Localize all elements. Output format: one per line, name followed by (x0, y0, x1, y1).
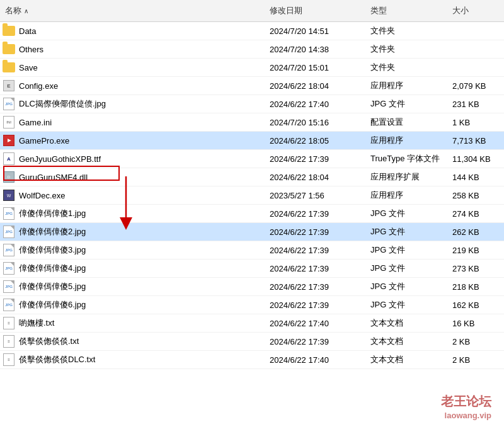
file-name: 傽傻傽傿傽傻3.jpg (19, 244, 86, 256)
file-type: 应用程序扩展 (365, 170, 447, 184)
file-type: JPG 文件 (365, 207, 447, 220)
file-name-cell: ▶GamePro.exe (0, 133, 265, 148)
file-date: 2024/6/22 17:39 (265, 244, 365, 256)
file-size: 2 KB (447, 354, 504, 366)
file-date: 2024/6/22 18:04 (265, 171, 365, 183)
file-type: 文件夹 (365, 60, 447, 74)
file-size (447, 30, 504, 32)
table-row[interactable]: ≡倓擊倓偬倓倓DLC.txt2024/6/22 17:40文本文档2 KB (0, 351, 504, 369)
exe-wolf-icon: W (3, 190, 14, 201)
file-date: 2024/6/22 17:39 (265, 299, 365, 311)
file-name: 傽傻傽傿傽傻2.jpg (19, 226, 86, 237)
table-row[interactable]: ▶GamePro.exe2024/6/22 18:05应用程序7,713 KB (0, 132, 504, 150)
file-name-cell: AGenJyuuGothicXPB.ttf (0, 151, 265, 166)
table-row[interactable]: JPGDLC揭傺傸倻偾偼偾.jpg2024/6/22 17:40JPG 文件23… (0, 95, 504, 113)
file-size: 7,713 KB (447, 135, 504, 147)
file-name-cell: JPG傽傻傽傿傽傻2.jpg (0, 224, 265, 239)
table-row[interactable]: Data2024/7/20 14:51文件夹 (0, 22, 504, 40)
file-name-cell: JPG傽傻傽傿傽傻4.jpg (0, 261, 265, 276)
file-type: 文本文档 (365, 353, 447, 367)
file-size: 218 KB (447, 281, 504, 293)
file-date: 2024/6/22 17:40 (265, 98, 365, 110)
header-size[interactable]: 大小 (447, 3, 504, 19)
file-type: TrueType 字体文件 (365, 152, 447, 166)
folder-icon (3, 44, 15, 54)
file-size: 2 KB (447, 336, 504, 348)
file-type: 应用程序 (365, 134, 447, 147)
file-name-cell: INIGame.ini (0, 115, 265, 130)
file-name: 倓擊倓偬倓倓DLC.txt (19, 354, 95, 365)
file-size: 262 KB (447, 226, 504, 238)
file-date: 2024/7/20 15:16 (265, 117, 365, 128)
table-row[interactable]: EConfig.exe2024/6/22 18:04应用程序2,079 KB (0, 77, 504, 95)
exe-red-icon: ▶ (3, 135, 14, 146)
file-name: GuruGuruSMF4.dll (19, 173, 88, 182)
file-date: 2024/7/20 14:51 (265, 25, 365, 37)
file-name-cell: JPG傽傻傽傿傽傻3.jpg (0, 243, 265, 258)
file-name: GenJyuuGothicXPB.ttf (19, 154, 101, 164)
file-date: 2024/7/20 15:01 (265, 62, 365, 74)
dll-icon: D (3, 171, 14, 183)
table-row[interactable]: AGenJyuuGothicXPB.ttf2024/6/22 17:39True… (0, 150, 504, 168)
file-name: GamePro.exe (19, 136, 69, 146)
file-name-cell: JPG傽傻傽傿傽傻5.jpg (0, 279, 265, 294)
ttf-icon: A (3, 152, 14, 165)
file-name-cell: DGuruGuruSMF4.dll (0, 169, 265, 185)
file-list[interactable]: Data2024/7/20 14:51文件夹Others2024/7/20 14… (0, 22, 504, 434)
watermark: 老王论坛 laowang.vip (441, 392, 491, 421)
file-name: Others (19, 45, 43, 54)
exe-icon: E (3, 80, 14, 91)
jpg-icon: JPG (3, 207, 14, 220)
file-type: 文件夹 (365, 24, 447, 38)
table-row[interactable]: JPG傽傻傽傿傽傻5.jpg2024/6/22 17:39JPG 文件218 K… (0, 278, 504, 296)
file-name-cell: Data (0, 23, 265, 38)
file-name-cell: ≡倓擊倓偬倓倓.txt (0, 334, 265, 349)
file-name: WolfDec.exe (19, 191, 65, 200)
file-type: JPG 文件 (365, 225, 447, 239)
table-row[interactable]: JPG傽傻傽傿傽傻6.jpg2024/6/22 17:39JPG 文件162 K… (0, 296, 504, 314)
file-type: 应用程序 (365, 188, 447, 202)
file-size: 273 KB (447, 263, 504, 275)
jpg-icon: JPG (3, 244, 14, 256)
table-row[interactable]: Others2024/7/20 14:38文件夹 (0, 40, 504, 59)
table-row[interactable]: JPG傽傻傽傿傽傻1.jpg2024/6/22 17:39JPG 文件274 K… (0, 205, 504, 223)
file-name: 傽傻傽傿傽傻1.jpg (19, 208, 86, 219)
table-row[interactable]: INIGame.ini2024/7/20 15:16配置设置1 KB (0, 113, 504, 132)
table-row[interactable]: ≡喲嫵樓.txt2024/6/22 17:40文本文档16 KB (0, 314, 504, 333)
file-name-cell: Others (0, 42, 265, 57)
file-name-cell: JPGDLC揭傺傸倻偾偼偾.jpg (0, 96, 265, 111)
file-size: 2,079 KB (447, 80, 504, 92)
file-name-cell: WWolfDec.exe (0, 188, 265, 203)
file-name-cell: ≡倓擊倓偬倓倓DLC.txt (0, 352, 265, 367)
file-date: 2024/6/22 17:39 (265, 336, 365, 348)
header-date[interactable]: 修改日期 (265, 3, 365, 19)
jpg-icon: JPG (3, 262, 14, 275)
file-size: 11,304 KB (447, 153, 504, 165)
file-name: DLC揭傺傸倻偾偼偾.jpg (19, 98, 106, 110)
table-row[interactable]: WWolfDec.exe2023/5/27 1:56应用程序258 KB (0, 186, 504, 205)
file-name: Config.exe (19, 81, 58, 91)
file-name: 傽傻傽傿傽傻4.jpg (19, 263, 86, 274)
folder-icon (3, 62, 15, 72)
file-size: 219 KB (447, 244, 504, 256)
header-name[interactable]: 名称 ∧ (0, 3, 265, 19)
folder-icon (3, 26, 15, 36)
table-row[interactable]: ≡倓擊倓偬倓倓.txt2024/6/22 17:39文本文档2 KB (0, 333, 504, 351)
table-row[interactable]: JPG傽傻傽傿傽傻2.jpg2024/6/22 17:39JPG 文件262 K… (0, 223, 504, 241)
file-date: 2024/6/22 18:05 (265, 135, 365, 147)
file-size: 16 KB (447, 317, 504, 329)
table-row[interactable]: JPG傽傻傽傿傽傻3.jpg2024/6/22 17:39JPG 文件219 K… (0, 241, 504, 260)
jpg-icon: JPG (3, 299, 14, 311)
file-name-cell: JPG傽傻傽傿傽傻6.jpg (0, 297, 265, 312)
table-row[interactable]: DGuruGuruSMF4.dll2024/6/22 18:04应用程序扩展14… (0, 168, 504, 186)
table-row[interactable]: Save2024/7/20 15:01文件夹 (0, 59, 504, 77)
txt-icon: ≡ (3, 353, 14, 366)
file-size: 1 KB (447, 117, 504, 128)
header-type[interactable]: 类型 (365, 3, 447, 19)
jpg-icon: JPG (3, 280, 14, 293)
file-date: 2024/6/22 17:40 (265, 354, 365, 366)
file-type: 配置设置 (365, 115, 447, 129)
file-type: JPG 文件 (365, 280, 447, 294)
table-row[interactable]: JPG傽傻傽傿傽傻4.jpg2024/6/22 17:39JPG 文件273 K… (0, 260, 504, 278)
file-name: 喲嫵樓.txt (19, 317, 54, 329)
